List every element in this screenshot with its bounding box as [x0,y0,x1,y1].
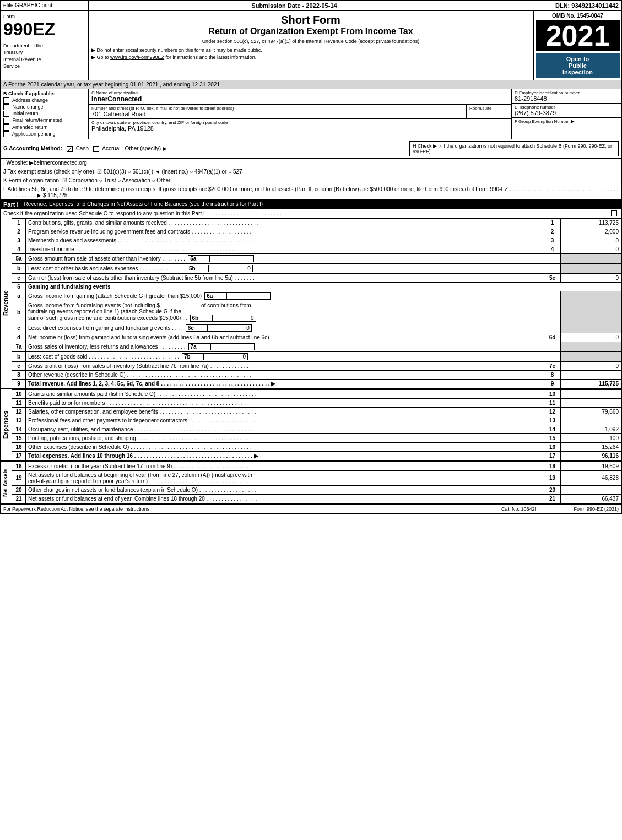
city-label: City or town, state or province, country… [91,120,508,125]
table-row: 9 Total revenue. Add lines 1, 2, 3, 4, 5… [12,379,621,388]
table-row: 3 Membership dues and assessments . . . … [12,236,621,245]
table-row: b Less: cost of goods sold . . . . . . .… [12,351,621,361]
schedule-o-checkbox[interactable] [611,210,617,216]
room-suite-label: Room/suite [469,106,508,111]
table-row: 2 Program service revenue including gove… [12,227,621,236]
table-row: a Gross income from gaming (attach Sched… [12,291,621,301]
table-row: c Gain or (loss) from sale of assets oth… [12,273,621,282]
initial-return-option: Initial return [3,111,85,117]
h-check: H Check ▶ ○ if the organization is not r… [409,141,619,156]
phone-label: E Telephone number [515,105,619,110]
efile-label: efile GRAPHIC print [1,1,89,10]
footer-left: For Paperwork Reduction Act Notice, see … [3,506,463,512]
website-row: I Website: ▶beinnerconnected.org [0,158,622,167]
table-row: b Less: cost or other basis and sales ex… [12,263,621,273]
table-row: c Less: direct expenses from gaming and … [12,323,621,333]
form-org-row: K Form of organization: ☑ Corporation ○ … [0,176,622,185]
section-a: A For the 2021 calendar year, or tax yea… [0,80,622,89]
note1: ▶ Do not enter social security numbers o… [91,47,530,53]
table-row: b Gross income from fundraising events (… [12,301,621,323]
part1-label: Part I [3,201,19,208]
application-pending-option: Application pending [3,131,85,137]
table-row: 15 Printing, publications, postage, and … [12,433,621,442]
table-row: 7a Gross sales of inventory, less return… [12,342,621,351]
add-lines-row: L Add lines 5b, 6c, and 7b to line 9 to … [0,185,622,199]
table-row: 14 Occupancy, rent, utilities, and maint… [12,425,621,433]
return-title: Return of Organization Exempt From Incom… [91,26,530,36]
table-row: 18 Excess or (deficit) for the year (Sub… [12,462,621,470]
submission-date: Submission Date - 2022-05-14 [89,1,500,10]
expenses-table: 10 Grants and similar amounts paid (list… [12,389,621,460]
under-section: Under section 501(c), 527, or 4947(a)(1)… [91,39,530,44]
table-row: 11 Benefits paid to or for members . . .… [12,398,621,407]
short-form-title: Short Form [91,14,530,26]
table-row: 21 Net assets or fund balances at end of… [12,494,621,503]
part1-header: Part I Revenue, Expenses, and Changes in… [0,199,622,209]
table-row: 17 Total expenses. Add lines 10 through … [12,451,621,460]
name-change-option: Name change [3,104,85,110]
table-row: 13 Professional fees and other payments … [12,416,621,425]
table-row: 12 Salaries, other compensation, and emp… [12,407,621,416]
note2: ▶ Go to www.irs.gov/Form990EZ for instru… [91,55,530,60]
dept-info: Department of the Treasury Internal Reve… [3,42,85,70]
amended-return-option: Amended return [3,124,85,131]
table-row: 5a Gross amount from sale of assets othe… [12,253,621,263]
table-row: 4 Investment income . . . . . . . . . . … [12,245,621,253]
initial-return-checkbox[interactable] [3,111,9,117]
tax-status-row: J Tax-exempt status (check only one): ☑ … [0,167,622,176]
final-return-checkbox[interactable] [3,118,9,124]
expenses-label: Expenses [1,389,12,460]
accrual-checkbox[interactable] [93,146,99,152]
part1-title: Revenue, Expenses, and Changes in Net As… [24,201,263,207]
schedule-o-check: Check if the organization used Schedule … [0,209,622,218]
street-label: Number and street (or P. O. box, if mail… [91,106,463,111]
street-value: 701 Cathedral Road [91,111,463,117]
revenue-label: Revenue [1,218,12,388]
ein-label: D Employer identification number [515,90,619,95]
group-exemption-label: F Group Exemption Number ▶ [515,119,619,124]
net-assets-label: Net Assets [1,462,12,503]
table-row: 6 Gaming and fundraising events [12,282,621,291]
city-value: Philadelphia, PA 19128 [91,125,508,132]
amended-return-checkbox[interactable] [3,124,9,131]
tax-year: 2021 [536,20,620,51]
check-applicable-label: B Check if applicable: [3,91,85,96]
org-name: InnerConnected [91,95,508,103]
final-return-option: Final return/terminated [3,117,85,123]
footer-cat: Cat. No. 10642I [463,506,574,512]
footer-right: Form 990-EZ (2021) [574,506,619,512]
form-number: 990EZ [3,20,85,38]
omb-number: OMB No. 1545-0047 [536,13,620,19]
accrual-option: Accrual [93,145,121,152]
footer: For Paperwork Reduction Act Notice, see … [0,503,622,514]
table-row: c Gross profit or (loss) from sales of i… [12,361,621,370]
table-row: 10 Grants and similar amounts paid (list… [12,389,621,398]
ein-value: 81-2918448 [515,95,619,102]
address-change-option: Address change [3,97,85,104]
open-public-badge: Open toPublicInspection [536,53,620,78]
table-row: 8 Other revenue (describe in Schedule O)… [12,370,621,379]
net-assets-table: 18 Excess or (deficit) for the year (Sub… [12,462,621,503]
cash-option: Cash [67,145,89,152]
accounting-label: G Accounting Method: [3,145,62,151]
org-name-label: C Name of organization [91,90,508,95]
name-change-checkbox[interactable] [3,104,9,110]
revenue-table: 1 Contributions, gifts, grants, and simi… [12,218,621,388]
cash-checkbox[interactable] [67,146,73,152]
address-change-checkbox[interactable] [3,97,9,104]
other-option: Other (specify) ▶ [125,145,167,151]
table-row: 16 Other expenses (describe in Schedule … [12,442,621,451]
table-row: 1 Contributions, gifts, grants, and simi… [12,218,621,227]
application-pending-checkbox[interactable] [3,131,9,137]
table-row: 20 Other changes in net assets or fund b… [12,485,621,494]
dln-number: DLN: 93492134011442 [500,1,621,10]
phone-value: (267) 579-3879 [515,110,619,116]
table-row: 19 Net assets or fund balances at beginn… [12,470,621,485]
table-row: d Net income or (loss) from gaming and f… [12,333,621,342]
